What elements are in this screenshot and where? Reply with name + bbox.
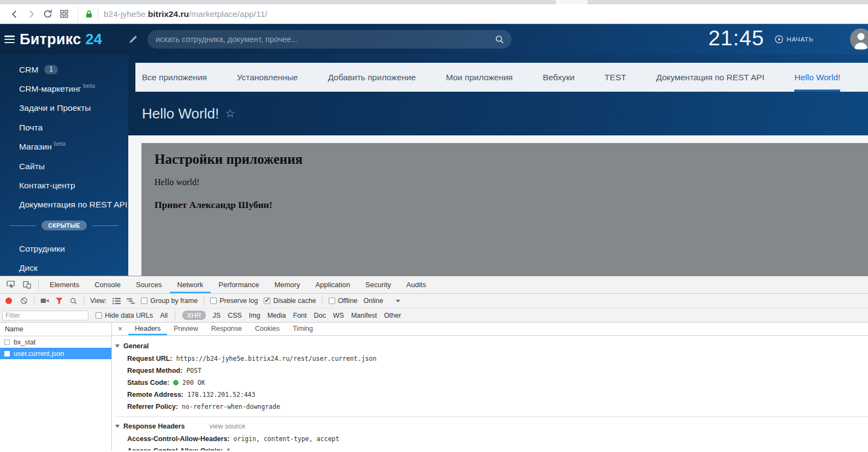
devtools-tab-network[interactable]: Network [170, 276, 211, 293]
sidebar-item-drive[interactable]: Диск [0, 259, 128, 276]
detail-tab-response[interactable]: Response [205, 323, 248, 335]
filter-type-all[interactable]: All [160, 312, 168, 319]
request-filter-input[interactable] [2, 311, 88, 320]
checkbox-icon[interactable] [141, 298, 147, 304]
devtools-tab-elements[interactable]: Elements [42, 276, 87, 293]
record-button[interactable] [5, 298, 12, 304]
tab-all-apps[interactable]: Все приложения [142, 63, 207, 92]
throttling-dropdown[interactable]: Online [364, 297, 400, 305]
browser-tab-strip[interactable] [0, 0, 868, 4]
view-source-link[interactable]: view source [210, 423, 246, 430]
sidebar-item-mail[interactable]: Почта [0, 118, 128, 137]
preserve-log-checkbox[interactable]: Preserve log [210, 297, 258, 305]
filter-type-css[interactable]: CSS [228, 312, 242, 319]
filter-type-media[interactable]: Media [267, 312, 286, 319]
search-icon[interactable] [495, 34, 504, 44]
detail-tab-timing[interactable]: Timing [286, 323, 319, 335]
filter-type-doc[interactable]: Doc [314, 312, 326, 319]
hide-data-urls-checkbox[interactable]: Hide data URLs [96, 312, 153, 319]
tab-my-apps[interactable]: Мои приложения [446, 63, 513, 92]
beta-tag: beta [83, 82, 94, 89]
header-row-status-code: Status Code: 200 OK [115, 377, 868, 389]
tab-installed[interactable]: Установленные [237, 63, 298, 92]
forward-button[interactable] [23, 6, 39, 22]
disable-cache-checkbox[interactable]: Disable cache [264, 297, 316, 305]
sidebar-item-crm[interactable]: CRM1 [0, 60, 128, 79]
start-button[interactable]: НАЧАТЬ [775, 35, 813, 44]
checkbox-icon[interactable] [210, 298, 217, 304]
devtools-tab-memory[interactable]: Memory [267, 276, 308, 293]
checkbox-icon[interactable] [96, 312, 102, 319]
tab-rest-api-docs[interactable]: Документация по REST API [656, 63, 764, 92]
devtools-tab-application[interactable]: Application [308, 276, 358, 293]
toolbar-separator [204, 296, 204, 305]
devtools-tab-audits[interactable]: Audits [399, 276, 433, 293]
inspect-element-button[interactable] [2, 276, 19, 293]
detail-tab-preview[interactable]: Preview [167, 323, 204, 335]
sidebar-item-contact-center[interactable]: Контакт-центр [0, 176, 128, 195]
url-path: /marketplace/app/11/ [189, 9, 267, 19]
bitrix-logo[interactable]: Битрикс 24 [20, 31, 102, 48]
filter-type-font[interactable]: Font [293, 312, 307, 319]
filter-type-other[interactable]: Other [384, 312, 401, 319]
browser-toolbar: b24-jyhe5e.bitrix24.ru/marketplace/app/1… [0, 4, 868, 24]
clear-button[interactable] [20, 297, 28, 305]
request-row-user-current-json[interactable]: user.current.json [0, 348, 111, 359]
filter-type-img[interactable]: Img [249, 312, 260, 319]
response-headers-section: Response Headers view source Access-Cont… [115, 417, 868, 450]
sidebar-item-sites[interactable]: Сайты [0, 157, 128, 176]
sidebar-item-rest-api-docs[interactable]: Документация по REST API [0, 195, 128, 215]
tab-add-app[interactable]: Добавить приложение [328, 63, 416, 92]
forward-arrow-icon [26, 9, 36, 19]
filter-type-manifest[interactable]: Manifest [351, 312, 377, 319]
offline-checkbox[interactable]: Offline [329, 297, 358, 305]
waterfall-view-icon[interactable] [127, 298, 135, 305]
filter-funnel-icon[interactable] [55, 297, 63, 305]
user-avatar[interactable] [850, 28, 868, 50]
header-row-acah: Access-Control-Allow-Headers: origin, co… [115, 433, 868, 445]
headers-body: General Request URL: https://b24-jyhe5e.… [112, 336, 868, 450]
favorite-star-icon[interactable]: ☆ [225, 107, 235, 120]
device-toolbar-button[interactable] [19, 276, 35, 293]
start-label: НАЧАТЬ [787, 36, 813, 43]
tab-webhooks[interactable]: Вебхуки [543, 63, 574, 92]
apps-grid-button[interactable] [56, 6, 72, 22]
detail-tab-headers[interactable]: Headers [128, 323, 167, 335]
response-headers-section-header[interactable]: Response Headers view source [115, 420, 868, 433]
filter-type-xhr[interactable]: XHR [182, 311, 205, 320]
name-column-header[interactable]: Name [0, 323, 111, 336]
devtools-tab-sources[interactable]: Sources [128, 276, 170, 293]
sidebar-item-tasks-projects[interactable]: Задачи и Проекты [0, 99, 128, 118]
devtools-tab-console[interactable]: Console [87, 276, 128, 293]
edit-pencil-icon[interactable] [128, 35, 138, 44]
url-bar[interactable]: b24-jyhe5e.bitrix24.ru/marketplace/app/1… [78, 6, 868, 22]
active-browser-tab[interactable] [556, 0, 587, 4]
checkbox-checked-icon[interactable] [264, 298, 270, 304]
filter-type-js[interactable]: JS [213, 312, 221, 319]
search-requests-icon[interactable] [69, 297, 78, 305]
filter-type-ws[interactable]: WS [333, 312, 344, 319]
general-section-header[interactable]: General [115, 340, 868, 353]
detail-tab-cookies[interactable]: Cookies [248, 323, 286, 335]
close-detail-button[interactable]: × [112, 323, 128, 335]
menu-hamburger-icon[interactable] [4, 35, 15, 43]
capture-screenshots-icon[interactable] [40, 297, 49, 305]
request-row-bx-stat[interactable]: bx_stat [0, 336, 111, 348]
devtools-tab-security[interactable]: Security [358, 276, 399, 293]
reload-button[interactable] [39, 6, 56, 22]
sidebar-item-shop[interactable]: Магазинbeta [0, 138, 128, 157]
list-view-icon[interactable] [112, 298, 121, 305]
group-by-frame-checkbox[interactable]: Group by frame [141, 297, 198, 305]
hidden-items-pill[interactable]: СКРЫТЫЕ [41, 221, 86, 230]
tab-hello-world[interactable]: Hello World! [794, 63, 840, 92]
back-button[interactable] [7, 6, 23, 22]
header-clock[interactable]: 21:45 [708, 26, 764, 50]
tab-test[interactable]: TEST [604, 63, 626, 92]
sidebar-hidden-menu: Сотрудники Диск [0, 238, 128, 276]
global-search-input[interactable] [154, 34, 495, 44]
sidebar-item-employees[interactable]: Сотрудники [0, 239, 128, 258]
devtools-tab-performance[interactable]: Performance [211, 276, 266, 293]
url-text[interactable]: b24-jyhe5e.bitrix24.ru/marketplace/app/1… [104, 9, 267, 19]
checkbox-icon[interactable] [329, 298, 335, 304]
sidebar-item-crm-marketing[interactable]: CRM-маркетингbeta [0, 79, 128, 98]
